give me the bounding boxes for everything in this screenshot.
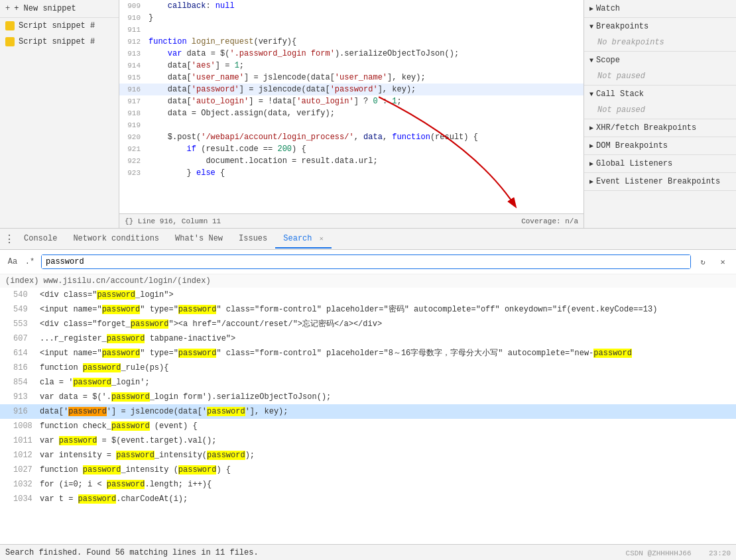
tab-network-conditions[interactable]: Network conditions bbox=[65, 230, 167, 249]
code-line-911[interactable]: 911 bbox=[119, 24, 583, 36]
result-line-553[interactable]: 553 <div class="forget_password"><a href… bbox=[0, 317, 736, 331]
code-lines: 909 callback: null 910 } 911 912 functio… bbox=[119, 0, 583, 213]
section-xhr: ▶ XHR/fetch Breakpoints bbox=[584, 119, 736, 137]
code-editor: 909 callback: null 910 } 911 912 functio… bbox=[119, 0, 583, 213]
section-global: ▶ Global Listeners bbox=[584, 155, 736, 173]
code-line-912[interactable]: 912 function login_request(verify){ bbox=[119, 36, 583, 48]
triangle-xhr-icon: ▶ bbox=[589, 124, 593, 132]
triangle-event-icon: ▶ bbox=[589, 178, 593, 186]
section-callstack-header[interactable]: ▼ Call Stack bbox=[584, 85, 736, 103]
result-line-1032[interactable]: 1032 for (i=0; i < password.length; i++)… bbox=[0, 477, 736, 492]
section-callstack-label: Call Stack bbox=[596, 89, 644, 99]
tab-whats-new[interactable]: What's New bbox=[167, 230, 231, 249]
code-line-910[interactable]: 910 } bbox=[119, 12, 583, 24]
tab-search[interactable]: Search ✕ bbox=[275, 230, 331, 249]
snippet-item-1[interactable]: Script snippet # bbox=[0, 18, 119, 34]
section-scope: ▼ Scope Not paused bbox=[584, 52, 736, 85]
result-line-1012[interactable]: 1012 var intensity = password_intensity(… bbox=[0, 448, 736, 463]
search-status: Search finished. Found 56 matching lines… bbox=[5, 548, 259, 557]
search-refresh-button[interactable]: ↻ bbox=[695, 254, 711, 270]
triangle-breakpoints-icon: ▼ bbox=[589, 23, 593, 30]
result-line-607[interactable]: 607 ...r_register_password tabpane-inact… bbox=[0, 331, 736, 346]
section-event-header[interactable]: ▶ Event Listener Breakpoints bbox=[584, 173, 736, 190]
snippet-label-1: Script snippet # bbox=[19, 21, 95, 30]
triangle-scope-icon: ▼ bbox=[589, 57, 593, 64]
code-line-919[interactable]: 919 bbox=[119, 119, 583, 131]
search-options: Aa .* bbox=[5, 254, 37, 269]
section-dom: ▶ DOM Breakpoints bbox=[584, 137, 736, 155]
tab-issues[interactable]: Issues bbox=[231, 230, 275, 249]
new-snippet-button[interactable]: + + New snippet bbox=[0, 0, 119, 18]
search-input-wrapper bbox=[41, 254, 691, 269]
result-line-1034[interactable]: 1034 var t = password.charCodeAt(i); bbox=[0, 492, 736, 506]
watermark-text: CSDN @ZHHHHHJ66 bbox=[626, 549, 692, 557]
right-panel: ▶ Watch ▼ Breakpoints No breakpoints ▼ S… bbox=[583, 0, 736, 228]
code-line-913[interactable]: 913 var data = $('.password_login form')… bbox=[119, 48, 583, 60]
result-line-854[interactable]: 854 cla = 'password_login'; bbox=[0, 375, 736, 390]
section-global-header[interactable]: ▶ Global Listeners bbox=[584, 155, 736, 172]
triangle-global-icon: ▶ bbox=[589, 160, 593, 168]
code-line-922[interactable]: 922 document.location = result.data.url; bbox=[119, 155, 583, 167]
search-results: (index) www.jisilu.cn/account/login/(ind… bbox=[0, 274, 736, 544]
result-line-614[interactable]: 614 <input name="password" type="passwor… bbox=[0, 346, 736, 361]
result-line-916[interactable]: 916 data['password'] = jslencode(data['p… bbox=[0, 404, 736, 419]
section-scope-header[interactable]: ▼ Scope bbox=[584, 52, 736, 69]
regex-button[interactable]: .* bbox=[23, 254, 37, 269]
tab-console[interactable]: Console bbox=[16, 230, 65, 249]
section-event: ▶ Event Listener Breakpoints bbox=[584, 173, 736, 191]
plus-icon: + bbox=[5, 4, 10, 13]
snippet-label-2: Script snippet # bbox=[19, 37, 95, 46]
code-line-914[interactable]: 914 data['aes'] = 1; bbox=[119, 60, 583, 72]
code-line-909[interactable]: 909 callback: null bbox=[119, 0, 583, 12]
tabs-bar: ⋮ Console Network conditions What's New … bbox=[0, 229, 736, 250]
result-line-1011[interactable]: 1011 var password = $(event.target).val(… bbox=[0, 433, 736, 448]
section-scope-content: Not paused bbox=[584, 69, 736, 85]
tab-search-close[interactable]: ✕ bbox=[320, 235, 324, 243]
section-watch-label: Watch bbox=[596, 4, 620, 13]
status-right: Coverage: n/a bbox=[521, 217, 578, 225]
status-bar: {} Line 916, Column 11 Coverage: n/a bbox=[119, 213, 583, 228]
section-xhr-label: XHR/fetch Breakpoints bbox=[596, 123, 696, 133]
snippet-item-2[interactable]: Script snippet # bbox=[0, 34, 119, 50]
section-xhr-header[interactable]: ▶ XHR/fetch Breakpoints bbox=[584, 119, 736, 137]
result-line-913[interactable]: 913 var data = $('.password_login form')… bbox=[0, 390, 736, 404]
section-watch-header[interactable]: ▶ Watch bbox=[584, 0, 736, 17]
section-global-label: Global Listeners bbox=[596, 159, 672, 168]
code-line-916[interactable]: 916 data['password'] = jslencode(data['p… bbox=[119, 84, 583, 95]
match-case-button[interactable]: Aa bbox=[5, 254, 20, 269]
triangle-dom-icon: ▶ bbox=[589, 142, 593, 150]
snippet-icon-2 bbox=[5, 37, 15, 46]
status-left: {} Line 916, Column 11 bbox=[125, 217, 221, 225]
section-event-label: Event Listener Breakpoints bbox=[596, 177, 720, 186]
tabs-more-button[interactable]: ⋮ bbox=[3, 233, 16, 246]
section-dom-header[interactable]: ▶ DOM Breakpoints bbox=[584, 137, 736, 154]
code-line-923[interactable]: 923 } else { bbox=[119, 167, 583, 179]
section-breakpoints-label: Breakpoints bbox=[596, 22, 648, 31]
result-line-540[interactable]: 540 <div class="password_login"> bbox=[0, 288, 736, 302]
bottom-area: ⋮ Console Network conditions What's New … bbox=[0, 229, 736, 560]
code-line-921[interactable]: 921 if (result.code == 200) { bbox=[119, 143, 583, 155]
result-line-1008[interactable]: 1008 function check_password (event) { bbox=[0, 419, 736, 433]
result-line-549[interactable]: 549 <input name="password" type="passwor… bbox=[0, 302, 736, 317]
section-watch: ▶ Watch bbox=[584, 0, 736, 18]
section-scope-label: Scope bbox=[596, 56, 620, 65]
result-line-1027[interactable]: 1027 function password_intensity (passwo… bbox=[0, 463, 736, 477]
triangle-callstack-icon: ▼ bbox=[589, 91, 593, 98]
triangle-watch-icon: ▶ bbox=[589, 5, 593, 13]
code-line-917[interactable]: 917 data['auto_login'] = !data['auto_log… bbox=[119, 95, 583, 107]
code-line-918[interactable]: 918 data = Object.assign(data, verify); bbox=[119, 107, 583, 119]
section-breakpoints: ▼ Breakpoints No breakpoints bbox=[584, 18, 736, 52]
search-input[interactable] bbox=[42, 255, 690, 268]
result-line-816[interactable]: 816 function password_rule(ps){ bbox=[0, 361, 736, 375]
result-file-header: (index) www.jisilu.cn/account/login/(ind… bbox=[0, 274, 736, 288]
watermark-time: 23:20 bbox=[709, 549, 731, 557]
code-line-920[interactable]: 920 $.post('/webapi/account/login_proces… bbox=[119, 131, 583, 143]
section-breakpoints-content: No breakpoints bbox=[584, 35, 736, 51]
search-clear-button[interactable]: ✕ bbox=[715, 254, 731, 270]
code-line-915[interactable]: 915 data['user_name'] = jslencode(data['… bbox=[119, 72, 583, 84]
watermark: CSDN @ZHHHHHJ66 23:20 bbox=[626, 549, 731, 557]
search-bar: Aa .* ↻ ✕ bbox=[0, 250, 736, 274]
section-callstack-content: Not paused bbox=[584, 103, 736, 119]
section-breakpoints-header[interactable]: ▼ Breakpoints bbox=[584, 18, 736, 35]
new-snippet-label: + New snippet bbox=[14, 4, 76, 13]
